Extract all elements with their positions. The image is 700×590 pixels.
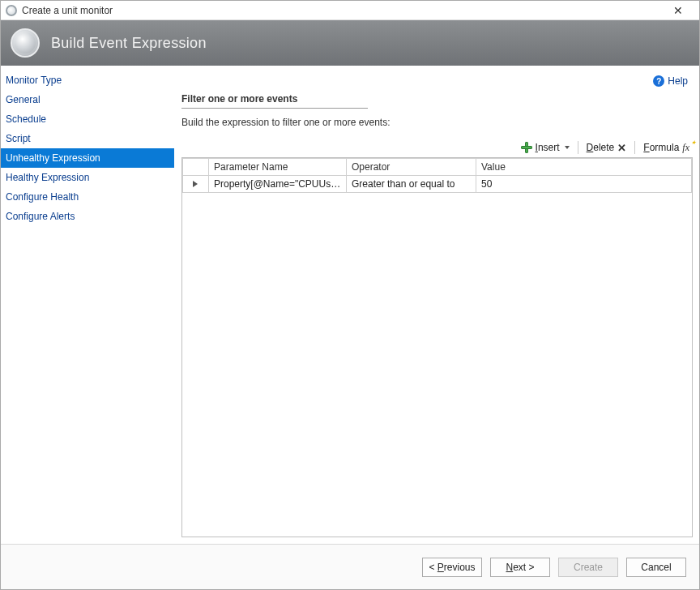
delete-button[interactable]: Delete ✕ [587, 142, 627, 154]
wizard-footer: < Previous Next > Create Cancel [1, 544, 699, 589]
expression-table: Parameter Name Operator Value Property[@… [182, 158, 692, 193]
toolbar-divider [578, 141, 578, 154]
close-button[interactable]: ✕ [662, 4, 694, 17]
wizard-header: Build Event Expression [1, 20, 699, 66]
triangle-right-icon [193, 181, 198, 187]
column-header-operator[interactable]: Operator [347, 159, 476, 176]
cell-value[interactable]: 50 [476, 176, 692, 193]
sidebar-item-unhealthy-expression[interactable]: Unhealthy Expression [1, 148, 174, 168]
sidebar-item-monitor-type[interactable]: Monitor Type [1, 71, 174, 90]
title-bar: Create a unit monitor ✕ [1, 1, 699, 20]
section-title: Filter one or more events [181, 92, 368, 109]
sidebar-item-configure-health[interactable]: Configure Health [1, 187, 174, 207]
sidebar-item-configure-alerts[interactable]: Configure Alerts [1, 207, 174, 226]
formula-button[interactable]: Formula fx [643, 142, 689, 154]
grid-empty-area [182, 193, 692, 537]
plus-icon [521, 142, 532, 153]
column-header-handle[interactable] [183, 159, 209, 176]
toolbar-divider [634, 141, 635, 154]
expression-grid: Parameter Name Operator Value Property[@… [181, 157, 693, 537]
create-button: Create [558, 558, 618, 577]
chevron-down-icon [565, 146, 570, 149]
window-title: Create a unit monitor [22, 5, 662, 16]
section-subtitle: Build the expression to filter one or mo… [181, 117, 693, 128]
table-header-row: Parameter Name Operator Value [183, 159, 692, 176]
column-header-value[interactable]: Value [476, 159, 692, 176]
cancel-button[interactable]: Cancel [626, 558, 686, 577]
delete-label: Delete [587, 142, 615, 153]
x-icon: ✕ [617, 142, 626, 154]
wizard-window: Create a unit monitor ✕ Build Event Expr… [0, 0, 700, 590]
sidebar-item-healthy-expression[interactable]: Healthy Expression [1, 168, 174, 187]
formula-icon: fx [682, 142, 689, 154]
cell-parameter[interactable]: Property[@Name="CPUUsage"] [209, 176, 347, 193]
sidebar-item-schedule[interactable]: Schedule [1, 109, 174, 129]
wizard-content: ? Help Filter one or more events Build t… [175, 66, 699, 544]
app-icon [6, 5, 17, 16]
wizard-sidebar: Monitor Type General Schedule Script Unh… [1, 66, 175, 544]
column-header-parameter[interactable]: Parameter Name [209, 159, 347, 176]
row-selector[interactable] [183, 176, 209, 193]
insert-label: Insert [536, 142, 560, 153]
sidebar-item-general[interactable]: General [1, 90, 174, 109]
wizard-header-title: Build Event Expression [51, 35, 207, 52]
help-icon: ? [653, 75, 664, 87]
wizard-body: Monitor Type General Schedule Script Unh… [1, 66, 699, 544]
help-link[interactable]: Help [668, 75, 688, 87]
cell-operator[interactable]: Greater than or equal to [347, 176, 476, 193]
table-row[interactable]: Property[@Name="CPUUsage"] Greater than … [183, 176, 692, 193]
previous-button[interactable]: < Previous [422, 558, 482, 577]
help-row: ? Help [181, 72, 693, 92]
sidebar-item-script[interactable]: Script [1, 129, 174, 148]
wizard-header-icon [11, 28, 40, 58]
grid-toolbar: Insert Delete ✕ Formula fx [181, 139, 693, 157]
formula-label: Formula [643, 142, 679, 153]
next-button[interactable]: Next > [490, 558, 550, 577]
insert-button[interactable]: Insert [521, 142, 570, 153]
